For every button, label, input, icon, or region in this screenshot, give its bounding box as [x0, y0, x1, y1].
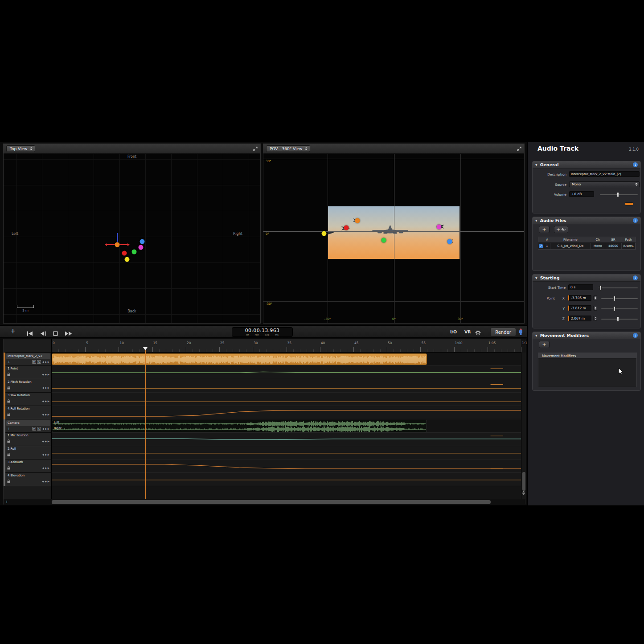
- axis-slider-thumb[interactable]: [613, 296, 615, 301]
- movement-modifiers-section-header[interactable]: ▼ Movement Modifiers i: [533, 332, 640, 339]
- axis-slider-thumb[interactable]: [613, 306, 615, 312]
- source-dot[interactable]: [355, 218, 360, 223]
- settings-gear-icon[interactable]: [475, 329, 481, 337]
- axis-slider-thumb[interactable]: [617, 316, 619, 322]
- playhead-marker[interactable]: [143, 347, 148, 350]
- next-keyframe-icon[interactable]: ▶: [48, 373, 49, 376]
- source-dot[interactable]: [115, 242, 120, 247]
- pov-view-canvas[interactable]: 30°0°-30°-30°0°30°: [263, 154, 524, 323]
- axis-value[interactable]: 2.067 m: [568, 316, 591, 321]
- add-automation-button[interactable]: +: [7, 427, 11, 431]
- audio-files-section-header[interactable]: ▼ Audio Files i: [533, 217, 640, 224]
- hscroll-thumb[interactable]: [52, 500, 491, 504]
- prev-keyframe-icon[interactable]: ◀: [42, 467, 44, 469]
- keyframe-icon[interactable]: ◆: [45, 361, 47, 363]
- next-keyframe-icon[interactable]: ▶: [48, 427, 49, 430]
- track-header[interactable]: 2.Pitch Rotation◀◆▶: [5, 379, 52, 393]
- track-header[interactable]: 1.Mic Position◀◆▶: [5, 433, 52, 446]
- track-lane[interactable]: [52, 366, 521, 379]
- track-lane[interactable]: [52, 459, 521, 473]
- expand-icon[interactable]: [517, 144, 521, 153]
- track-lane[interactable]: [52, 473, 521, 486]
- info-icon[interactable]: i: [633, 218, 638, 223]
- audio-clip[interactable]: [52, 353, 427, 365]
- add-automation-button[interactable]: +: [7, 360, 11, 364]
- prev-keyframe-icon[interactable]: ◀: [42, 440, 44, 443]
- prev-keyframe-icon[interactable]: ◀: [42, 413, 44, 416]
- keyframe-icon[interactable]: ◆: [45, 467, 47, 469]
- top-view-canvas[interactable]: Front Left Right Back 5 m: [4, 154, 260, 323]
- solo-button[interactable]: S: [37, 360, 41, 364]
- starting-section-header[interactable]: ▼ Starting i: [533, 275, 640, 282]
- track-header[interactable]: 2.Roll◀◆▶: [5, 446, 52, 459]
- source-dot[interactable]: [140, 239, 145, 244]
- track-lane[interactable]: [52, 379, 521, 393]
- source-dot[interactable]: [138, 245, 143, 250]
- vr-button[interactable]: VR: [464, 329, 471, 334]
- prev-keyframe-icon[interactable]: ◀: [42, 400, 44, 402]
- next-keyframe-icon[interactable]: ▶: [48, 453, 49, 456]
- keyframe-icon[interactable]: ◆: [45, 413, 47, 416]
- info-icon[interactable]: i: [633, 162, 638, 167]
- file-checkbox[interactable]: ✓: [539, 244, 543, 248]
- track-lane[interactable]: [52, 406, 521, 419]
- keyframe-icon[interactable]: ◆: [45, 453, 47, 456]
- keyframe-icon[interactable]: ◆: [45, 427, 47, 430]
- volume-value[interactable]: +0 dB: [569, 191, 594, 197]
- render-button[interactable]: Render: [490, 328, 516, 336]
- axis-stepper[interactable]: [593, 295, 597, 300]
- add-track-button[interactable]: +: [9, 327, 17, 335]
- source-dot[interactable]: [322, 231, 327, 236]
- horizontal-scrollbar[interactable]: [4, 499, 525, 505]
- source-dot[interactable]: [132, 249, 137, 254]
- volume-slider-thumb[interactable]: [617, 192, 619, 197]
- next-keyframe-icon[interactable]: ▶: [48, 386, 49, 389]
- axis-slider[interactable]: [601, 319, 638, 320]
- track-lane[interactable]: LeftRight: [52, 419, 521, 433]
- general-section-header[interactable]: ▼ General i: [533, 161, 640, 168]
- view-selector-pov[interactable]: POV - 360° View: [266, 145, 310, 152]
- prev-keyframe-icon[interactable]: ◀: [42, 427, 44, 430]
- mute-button[interactable]: M: [32, 360, 36, 364]
- axis-slider[interactable]: [601, 298, 638, 299]
- prev-keyframe-icon[interactable]: ◀: [42, 480, 44, 483]
- keyframe-icon[interactable]: ◆: [45, 440, 47, 443]
- next-keyframe-icon[interactable]: ▶: [48, 467, 49, 469]
- source-dot[interactable]: [125, 257, 130, 262]
- track-lane[interactable]: [52, 393, 521, 406]
- source-dot[interactable]: [344, 226, 349, 230]
- source-dot[interactable]: [436, 225, 441, 230]
- listener-person-icon[interactable]: [519, 328, 523, 337]
- keyframe-icon[interactable]: ◆: [45, 480, 47, 483]
- prev-keyframe-icon[interactable]: ◀: [42, 453, 44, 456]
- volume-slider[interactable]: [600, 194, 638, 195]
- prev-keyframe-icon[interactable]: ◀: [42, 386, 44, 389]
- axis-value[interactable]: -3.705 m: [568, 295, 591, 301]
- solo-button[interactable]: S: [37, 427, 41, 431]
- axis-stepper[interactable]: [593, 306, 597, 311]
- collapse-triangle-icon[interactable]: ▼: [535, 163, 537, 166]
- prev-keyframe-icon[interactable]: ◀: [42, 373, 44, 376]
- add-audio-file-button[interactable]: +: [539, 226, 550, 233]
- track-header[interactable]: 1.Point◀◆▶: [5, 366, 52, 379]
- collapse-triangle-icon[interactable]: ▼: [535, 219, 537, 222]
- track-lane[interactable]: [52, 433, 521, 446]
- stop-button[interactable]: [53, 329, 58, 338]
- timeline-ruler[interactable]: 05101520253035404550551:001:051:10: [52, 339, 521, 353]
- scroll-arrows[interactable]: [521, 491, 525, 495]
- prev-keyframe-icon[interactable]: ◀: [42, 361, 44, 363]
- next-keyframe-icon[interactable]: ▶: [48, 480, 49, 483]
- audio-clip[interactable]: LeftRight: [52, 420, 427, 432]
- start-time-slider[interactable]: [599, 287, 638, 288]
- start-time-value[interactable]: 0 s: [568, 284, 593, 290]
- skip-to-start-button[interactable]: [27, 329, 33, 338]
- add-audio-file-waveform-button[interactable]: +: [554, 226, 568, 233]
- io-button[interactable]: I/O: [450, 329, 457, 334]
- vscroll-thumb[interactable]: [522, 472, 525, 491]
- keyframe-icon[interactable]: ◆: [45, 400, 47, 402]
- track-header[interactable]: Camera+MS◀◆▶: [5, 419, 52, 433]
- next-keyframe-icon[interactable]: ▶: [48, 400, 49, 402]
- source-dot[interactable]: [381, 238, 386, 242]
- playhead-line[interactable]: [145, 350, 146, 499]
- source-dot[interactable]: [122, 250, 127, 255]
